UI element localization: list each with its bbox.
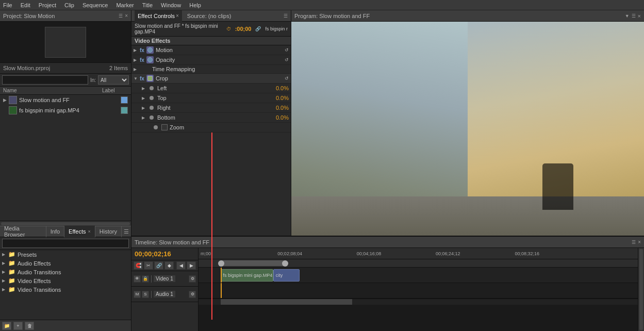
tl-next-edit-btn[interactable]: ▶: [187, 261, 196, 270]
program-monitor-close[interactable]: ×: [638, 13, 641, 19]
video-transitions-label: Video Transitions: [18, 287, 61, 293]
category-audio-effects-header[interactable]: ▶ 📁 Audio Effects: [0, 259, 131, 268]
fx-crop-right-row[interactable]: ▶ Right 0.0%: [131, 103, 291, 113]
video1-eye-btn[interactable]: 👁: [134, 275, 141, 283]
audio1-solo-btn[interactable]: S: [142, 291, 149, 298]
category-presets-header[interactable]: ▶ 📁 Presets: [0, 250, 131, 259]
fx-bottom-stopwatch-icon: [148, 114, 155, 121]
fx-tab-source[interactable]: Source: (no clips): [184, 10, 235, 22]
timeline-scroll-thumb[interactable]: [221, 299, 353, 305]
audio1-mute-btn[interactable]: M: [134, 291, 141, 298]
fx-snap-display: fs bigspin r: [265, 26, 288, 31]
new-bin-button[interactable]: 📁: [2, 322, 11, 330]
menu-project[interactable]: Project: [38, 2, 57, 8]
video1-lock-btn[interactable]: 🔒: [142, 275, 149, 283]
fx-right-expand[interactable]: ▶: [142, 106, 147, 110]
tl-prev-edit-btn[interactable]: ◀: [176, 261, 186, 270]
project-panel-close[interactable]: ×: [125, 13, 128, 19]
project-scrollbar[interactable]: [0, 221, 131, 226]
tab-info[interactable]: Info: [46, 226, 64, 237]
video1-track-content: fs bigspin mini gap.MP4 city: [199, 268, 638, 283]
fx-motion-reset[interactable]: ↺: [285, 47, 289, 53]
tab-effects[interactable]: Effects ×: [64, 226, 95, 237]
tl-razor-btn[interactable]: ✂: [144, 261, 153, 270]
fx-time-remap-expand[interactable]: ▶: [134, 67, 139, 72]
menu-window[interactable]: Window: [160, 2, 182, 8]
new-effect-button[interactable]: +: [13, 322, 23, 330]
menu-clip[interactable]: Clip: [63, 2, 75, 8]
fx-panel-menu[interactable]: ☰: [284, 13, 288, 19]
fx-bottom-expand[interactable]: ▶: [142, 115, 147, 120]
menu-file[interactable]: File: [2, 2, 13, 8]
fx-clip-link-icon[interactable]: 🔗: [255, 26, 261, 31]
fx-crop-top-row[interactable]: ▶ Top 0.0%: [131, 93, 291, 103]
program-monitor-dropdown[interactable]: ▼: [625, 13, 630, 19]
col-label-header: Label: [102, 88, 128, 93]
effects-search-input[interactable]: [2, 239, 129, 248]
fx-left-value[interactable]: 0.0%: [276, 85, 289, 91]
menu-marker[interactable]: Marker: [115, 2, 135, 8]
fx-opacity-expand[interactable]: ▶: [134, 58, 139, 62]
fx-motion-expand[interactable]: ▶: [134, 48, 139, 53]
tl-marker-btn[interactable]: ◆: [164, 261, 174, 270]
in-select[interactable]: All: [98, 75, 129, 85]
fx-right-stopwatch-icon: [148, 104, 155, 111]
menu-help[interactable]: Help: [188, 2, 202, 8]
menu-sequence[interactable]: Sequence: [81, 2, 109, 8]
fx-effect-controls-close[interactable]: ×: [176, 13, 179, 19]
category-video-transitions-header[interactable]: ▶ 📁 Video Transitions: [0, 285, 131, 294]
timeline-clip-video2[interactable]: city: [273, 269, 300, 282]
timeline-clip-video1[interactable]: fs bigspin mini gap.MP4: [221, 269, 273, 282]
timeline-scrollbar[interactable]: [199, 299, 638, 305]
tl-snap-btn[interactable]: 🧲: [134, 261, 143, 270]
fx-opacity-row[interactable]: ▶ fx Opacity ↺: [131, 55, 291, 65]
timeline-menu[interactable]: ☰: [632, 240, 636, 245]
timeline-vscroll-thumb[interactable]: [639, 249, 643, 330]
category-video-effects-header[interactable]: ▶ 📁 Video Effects: [0, 276, 131, 285]
fx-motion-row[interactable]: ▶ fx Motion ↺: [131, 45, 291, 55]
col-name-header: Name: [3, 88, 102, 93]
audio-transitions-label: Audio Transitions: [18, 269, 61, 275]
audio1-track-settings-btn[interactable]: ⚙: [189, 291, 196, 298]
effects-tab-close[interactable]: ×: [88, 229, 91, 234]
fx-zoom-checkbox[interactable]: [161, 124, 168, 130]
menu-title[interactable]: Title: [141, 2, 154, 8]
timeline-close[interactable]: ×: [638, 239, 641, 245]
fx-opacity-reset[interactable]: ↺: [285, 57, 289, 62]
ruler-mark-1: 00;02;08;04: [277, 251, 302, 256]
category-audio-transitions-header[interactable]: ▶ 📁 Audio Transitions: [0, 268, 131, 276]
timeline-timecode[interactable]: 00;00;02;16: [131, 248, 198, 260]
fx-crop-reset[interactable]: ↺: [285, 76, 289, 81]
menu-edit[interactable]: Edit: [20, 2, 31, 8]
timeline-panel-header: Timeline: Slow motion and FF ☰ ×: [131, 237, 644, 248]
fx-bottom-value[interactable]: 0.0%: [276, 114, 289, 121]
list-item[interactable]: ▶ fs bigspin mini gap.MP4: [0, 105, 131, 115]
project-search-input[interactable]: [2, 75, 88, 85]
tl-link-btn[interactable]: 🔗: [154, 261, 163, 270]
timeline-scrub-bar[interactable]: [199, 259, 638, 268]
list-item[interactable]: ▶ Slow motion and FF: [0, 95, 131, 105]
fx-tab-effect-controls[interactable]: Effect Controls ×: [135, 10, 182, 22]
delete-effect-button[interactable]: 🗑: [25, 322, 34, 330]
fx-top-expand[interactable]: ▶: [142, 96, 147, 101]
fx-video-effects-label: Video Effects: [135, 38, 288, 44]
fx-crop-row[interactable]: ▼ fx Crop ↺: [131, 74, 291, 84]
tab-history[interactable]: History: [95, 226, 122, 237]
fx-crop-left-row[interactable]: ▶ Left 0.0%: [131, 84, 291, 93]
fx-left-expand[interactable]: ▶: [142, 86, 147, 91]
fx-top-value[interactable]: 0.0%: [276, 95, 289, 101]
fx-right-value[interactable]: 0.0%: [276, 105, 289, 111]
project-panel-menu[interactable]: ☰: [119, 13, 123, 19]
fx-crop-bottom-row[interactable]: ▶ Bottom 0.0%: [131, 113, 291, 123]
effects-panel-menu[interactable]: ☰: [122, 228, 131, 235]
fx-time-remapping-row[interactable]: ▶ Time Remapping: [131, 65, 291, 74]
tab-media-browser[interactable]: Media Browser: [0, 226, 46, 237]
timeline-out-point[interactable]: [282, 260, 288, 267]
timeline-vertical-scrollbar[interactable]: [638, 248, 644, 331]
menu-bar: File Edit Project Clip Sequence Marker T…: [0, 0, 644, 10]
program-monitor-menu[interactable]: ☰: [632, 13, 636, 19]
fx-crop-expand[interactable]: ▼: [134, 76, 139, 81]
timeline-ruler[interactable]: m;00 00;02;08;04 00;04;16;08 00;06;24;12…: [199, 248, 638, 259]
fx-clip-time[interactable]: :00;00: [235, 26, 252, 32]
video1-track-settings-btn[interactable]: ⚙: [189, 275, 196, 283]
